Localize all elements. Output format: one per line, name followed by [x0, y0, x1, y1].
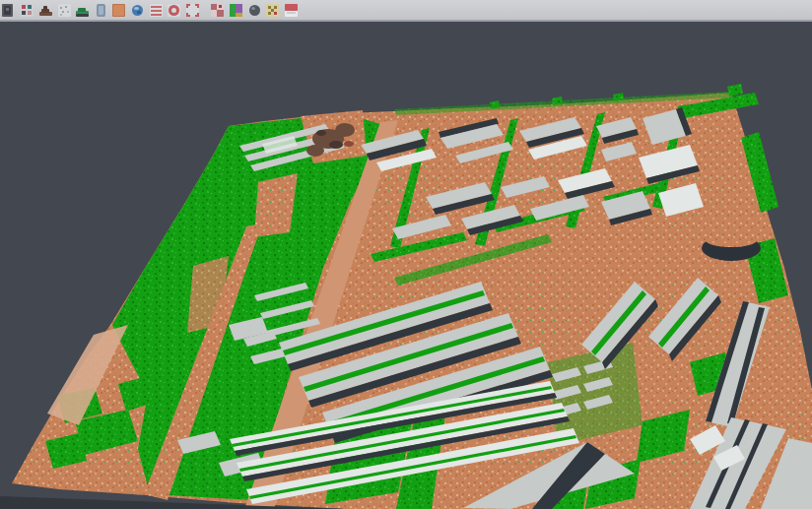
clear-selection-button[interactable]	[264, 2, 281, 19]
tree-shadow	[316, 130, 326, 136]
main-toolbar	[0, 0, 812, 22]
globe-button[interactable]	[129, 2, 146, 19]
transparency-checker-button[interactable]	[209, 2, 226, 19]
classification-colormap-icon	[229, 3, 243, 18]
profile-view-icon	[94, 3, 108, 18]
render-sphere-icon	[247, 3, 262, 18]
classification-colormap-button[interactable]	[228, 2, 244, 19]
vegetation-surface-button[interactable]	[74, 2, 91, 19]
point-cloud-icon	[57, 3, 72, 18]
pond-bank	[705, 231, 758, 247]
select-tool-icon	[2, 3, 17, 18]
render-sphere-button[interactable]	[246, 2, 263, 19]
terrain-model-button[interactable]	[37, 2, 54, 19]
app-window	[0, 0, 812, 509]
select-tool-button[interactable]	[1, 2, 18, 19]
point-cloud-button[interactable]	[56, 2, 73, 19]
rust-roof	[344, 141, 354, 147]
tree-shadow	[329, 141, 343, 149]
rect-select-icon	[185, 3, 200, 18]
terrain-model-icon	[38, 3, 53, 18]
point-cloud-scene	[0, 22, 812, 509]
classification-list-button[interactable]	[148, 2, 165, 19]
area-select-button[interactable]	[110, 2, 127, 19]
vegetation-surface-icon	[75, 3, 90, 18]
tree-bump	[727, 84, 743, 96]
tree-canopy	[306, 145, 324, 157]
clear-selection-icon	[265, 3, 280, 18]
tree-canopy	[335, 123, 355, 137]
circle-select-icon	[167, 3, 181, 18]
area-select-icon	[111, 3, 126, 18]
rect-select-button[interactable]	[184, 2, 201, 19]
globe-icon	[130, 3, 145, 18]
layers-icon	[284, 3, 299, 18]
profile-view-button[interactable]	[93, 2, 109, 19]
classification-list-icon	[149, 3, 164, 18]
layers-button[interactable]	[283, 2, 300, 19]
3d-viewport[interactable]	[0, 22, 812, 509]
classify-points-button[interactable]	[19, 2, 35, 19]
transparency-checker-icon	[210, 3, 225, 18]
classify-points-icon	[20, 3, 34, 18]
circle-select-button[interactable]	[166, 2, 182, 19]
